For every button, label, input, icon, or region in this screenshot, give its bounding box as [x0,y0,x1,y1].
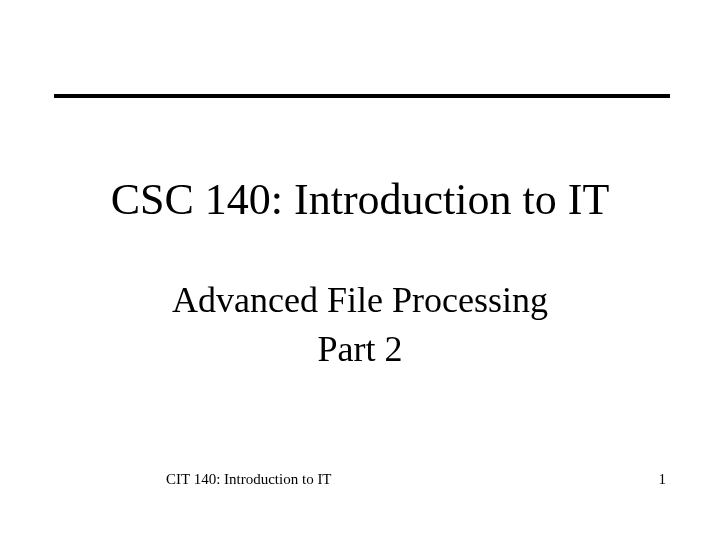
slide-subtitle: Advanced File Processing Part 2 [0,276,720,373]
slide-number: 1 [659,471,667,488]
subtitle-line-1: Advanced File Processing [172,280,548,320]
horizontal-rule [54,94,670,98]
subtitle-line-2: Part 2 [318,329,403,369]
slide-title: CSC 140: Introduction to IT [0,174,720,225]
footer-course-label: CIT 140: Introduction to IT [166,471,332,488]
